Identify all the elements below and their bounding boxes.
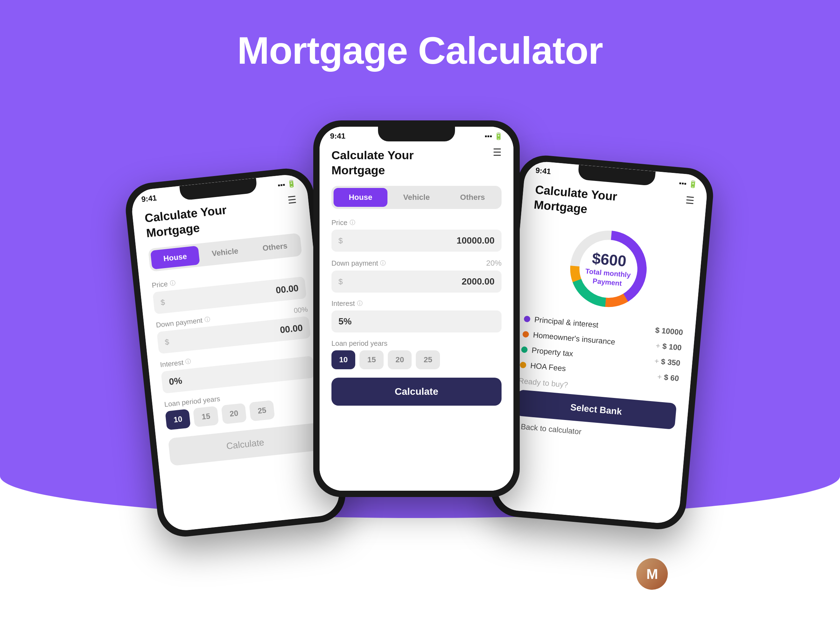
price-value-center: 10000.00 [457,235,494,246]
tab-vehicle-left[interactable]: Vehicle [200,240,250,264]
interest-info-left: ⓘ [185,358,191,366]
price-value-left: 00.00 [275,283,299,296]
footer-daily-ui: Daily UI #004 [70,563,191,586]
title-left: Calculate Your Mortgage [144,202,229,240]
title-center: Calculate Your Mortgage [332,148,414,177]
phone-center-inner: 9:41 ▪▪▪ 🔋 Calculate Your Mortgage ☰ [319,127,513,491]
period-15-center[interactable]: 15 [360,351,383,369]
tab-selector-left: House Vehicle Others [148,233,302,272]
screen-content-left: Calculate Your Mortgage ☰ House Vehicle … [131,187,335,478]
interest-label-center: Interest ⓘ [332,300,502,308]
phone-center: 9:41 ▪▪▪ 🔋 Calculate Your Mortgage ☰ [313,120,520,497]
donut-container: $600 Total monthly Payment [525,220,692,318]
price-info-icon-left: ⓘ [169,279,176,287]
footer-username: /maksudux [675,564,770,584]
down-payment-label-center: Down payment ⓘ 20% [332,259,502,268]
title-right: Calculate Your Mortgage [534,182,618,219]
tab-others-center[interactable]: Others [445,188,499,207]
time-center: 9:41 [330,132,346,141]
status-icons-right: ▪▪▪ 🔋 [679,179,698,189]
result-items: Principal & interest $ 10000 Homeowner's… [519,314,683,383]
menu-icon-center[interactable]: ☰ [493,148,502,158]
page-title: Mortgage Calculator [0,28,840,73]
header-right: Calculate Your Mortgage ☰ [534,182,695,226]
screen-content-center: Calculate Your Mortgage ☰ House Vehicle … [319,141,513,416]
calculate-btn-center[interactable]: Calculate [332,377,502,406]
phone-right: 9:41 ▪▪▪ 🔋 Calculate Your Mortgage ☰ [489,153,715,532]
period-20-left[interactable]: 20 [221,403,247,424]
dot-hoa [520,362,527,369]
phone-right-screen: 9:41 ▪▪▪ 🔋 Calculate Your Mortgage ☰ [495,160,708,525]
screen-content-right: Calculate Your Mortgage ☰ [501,174,707,456]
tab-selector-center: House Vehicle Others [332,186,502,209]
phones-area: 9:41 ▪▪▪ 🔋 Calculate Your Mortgage ☰ [0,91,840,504]
phone-right-inner: 9:41 ▪▪▪ 🔋 Calculate Your Mortgage ☰ [495,160,708,525]
loan-period-label-center: Loan period years [332,339,502,347]
status-icons-left: ▪▪▪ 🔋 [277,179,297,189]
header-left: Calculate Your Mortgage ☰ [144,195,298,240]
notch-center [378,127,455,141]
down-pct-center: 20% [486,259,502,268]
status-icons-center: ▪▪▪ 🔋 [485,132,503,141]
period-10-center[interactable]: 10 [332,351,355,369]
menu-icon-left[interactable]: ☰ [287,195,297,205]
tab-house-left[interactable]: House [150,246,200,270]
menu-icon-right[interactable]: ☰ [685,195,695,206]
interest-field-center[interactable]: 5% [332,311,502,333]
down-payment-info-left: ⓘ [204,316,210,324]
phone-left-screen: 9:41 ▪▪▪ 🔋 Calculate Your Mortgage ☰ [130,173,341,532]
interest-value-left: 0% [168,375,183,387]
footer-handle: M /maksudux [636,558,770,590]
phone-left-inner: 9:41 ▪▪▪ 🔋 Calculate Your Mortgage ☰ [130,173,341,532]
down-payment-field-center[interactable]: $ 2000.00 [332,270,502,293]
period-25-center[interactable]: 25 [416,351,440,369]
time-left: 9:41 [141,194,158,204]
tab-vehicle-center[interactable]: Vehicle [390,188,444,207]
calculate-btn-left[interactable]: Calculate [168,422,323,466]
period-10-left[interactable]: 10 [165,409,191,430]
dot-property-tax [521,346,528,353]
donut-center: $600 Total monthly Payment [584,249,632,289]
time-right: 9:41 [535,166,551,177]
down-payment-value-left: 00.00 [279,322,303,336]
back-label: Back to calculator [521,422,582,436]
price-field-center[interactable]: $ 10000.00 [332,230,502,252]
loan-period-btns-center: 10 15 20 25 [332,351,502,369]
tab-others-left[interactable]: Others [250,235,300,259]
phone-center-screen: 9:41 ▪▪▪ 🔋 Calculate Your Mortgage ☰ [319,127,513,491]
period-25-left[interactable]: 25 [249,400,275,422]
period-20-center[interactable]: 20 [388,351,412,369]
price-label-center: Price ⓘ [332,219,502,227]
period-15-left[interactable]: 15 [193,406,219,427]
footer: Daily UI #004 M /maksudux [0,518,840,630]
header-center: Calculate Your Mortgage ☰ [332,148,502,177]
total-label: Total monthly Payment [584,266,631,288]
dot-homeowner [522,331,529,338]
tab-house-center[interactable]: House [333,188,387,207]
down-pct-left: 00% [293,305,308,315]
down-payment-value-center: 2000.00 [462,276,494,287]
footer-avatar: M [636,558,668,590]
interest-value-center: 5% [338,316,352,327]
dot-principal [524,316,531,323]
